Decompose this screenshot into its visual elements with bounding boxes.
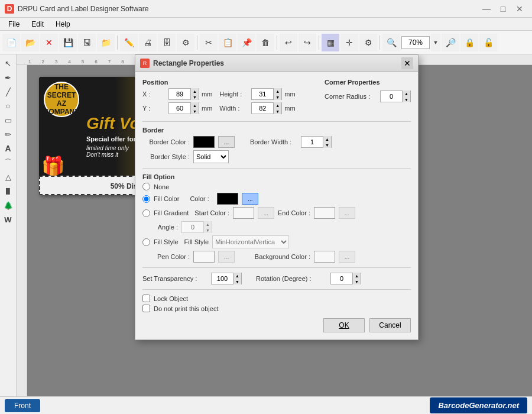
rotation-input[interactable] [331,273,352,284]
x-spinbox[interactable]: ▲ ▼ [168,88,199,100]
angle-spinbox[interactable]: ▲ ▼ [181,221,212,233]
y-up-btn[interactable]: ▲ [190,102,199,108]
angle-up-btn[interactable]: ▲ [203,221,212,227]
width-up-btn[interactable]: ▲ [273,102,281,108]
lock-object-checkbox[interactable] [142,295,150,302]
angle-input[interactable] [182,222,203,232]
border-width-input[interactable] [301,137,323,147]
lock2-button[interactable]: 🔓 [479,34,497,51]
height-up-btn[interactable]: ▲ [273,88,281,94]
paste-button[interactable]: 📌 [238,34,255,51]
w-tool[interactable]: W [2,213,15,226]
rotation-down-btn[interactable]: ▼ [352,279,361,284]
corner-radius-down-btn[interactable]: ▼ [402,96,410,102]
zoom-settings-button[interactable]: ⚙ [359,34,377,51]
width-spinbox[interactable]: ▲ ▼ [251,102,282,114]
bg-color-swatch[interactable] [314,251,335,263]
new-button[interactable]: 📄 [2,34,20,51]
x-up-btn[interactable]: ▲ [190,88,199,94]
edit-button[interactable]: ✏️ [120,34,138,51]
bg-color-browse[interactable]: ... [339,251,355,263]
corner-radius-up-btn[interactable]: ▲ [402,90,410,96]
cut-button[interactable]: ✂ [200,34,218,51]
border-width-up-btn[interactable]: ▲ [323,136,331,142]
border-color-swatch[interactable] [193,136,215,148]
ok-button[interactable]: OK [323,318,365,332]
copy-button[interactable]: 📋 [219,34,236,51]
pen-color-swatch[interactable] [193,251,215,263]
fill-style-radio[interactable] [142,238,150,246]
start-color-browse[interactable]: ... [258,207,274,219]
end-color-swatch[interactable] [314,207,335,219]
y-down-btn[interactable]: ▼ [190,108,199,114]
width-input[interactable] [252,103,273,114]
move-button[interactable]: ✛ [340,34,358,51]
end-color-browse[interactable]: ... [339,207,355,219]
rect-tool[interactable]: ▭ [2,114,15,127]
height-down-btn[interactable]: ▼ [273,94,281,100]
fill-color-swatch[interactable] [217,193,238,205]
save-as-button[interactable]: 🖫 [78,34,96,51]
menu-edit[interactable]: Edit [25,19,50,30]
barcode-tool[interactable]: ▐▌ [2,185,15,198]
transparency-spinbox[interactable]: ▲ ▼ [211,273,242,284]
line-tool[interactable]: ╱ [2,85,15,98]
dialog-title-bar[interactable]: R Rectangle Properties ✕ [135,55,418,72]
minimize-button[interactable]: — [479,2,494,15]
fill-none-radio[interactable] [142,183,150,190]
transparency-input[interactable] [212,273,233,284]
bezier-tool[interactable]: ⌒ [2,156,15,169]
polygon-tool[interactable]: △ [2,170,15,183]
grid-button[interactable]: ▦ [322,34,339,51]
no-print-checkbox[interactable] [142,305,150,312]
print-button[interactable]: 🖨 [139,34,157,51]
border-width-down-btn[interactable]: ▼ [323,142,331,148]
border-color-browse[interactable]: ... [218,136,235,148]
maximize-button[interactable]: □ [495,2,511,15]
close-button[interactable]: ✕ [512,2,527,15]
browse-button[interactable]: 📁 [97,34,115,51]
width-down-btn[interactable]: ▼ [273,108,281,114]
corner-radius-spinbox[interactable]: ▲ ▼ [380,90,411,102]
dialog-close-button[interactable]: ✕ [401,57,413,69]
front-tab[interactable]: Front [5,399,40,412]
open-button[interactable]: 📂 [21,34,39,51]
y-input[interactable] [169,103,190,114]
menu-help[interactable]: Help [50,19,76,30]
lock-button[interactable]: 🔒 [460,34,478,51]
fill-color-radio[interactable] [142,195,150,203]
border-width-spinbox[interactable]: ▲ ▼ [301,136,332,148]
corner-radius-input[interactable] [381,91,402,102]
text-tool[interactable]: A [2,142,15,155]
start-color-swatch[interactable] [233,207,254,219]
delete-button[interactable]: ✕ [40,34,58,51]
save-button[interactable]: 💾 [59,34,77,51]
undo-button[interactable]: ↩ [280,34,297,51]
zoom-in-button[interactable]: 🔍 [382,34,400,51]
rotation-up-btn[interactable]: ▲ [352,273,361,279]
height-input[interactable] [252,89,273,99]
delete2-button[interactable]: 🗑 [257,34,274,51]
menu-file[interactable]: File [2,19,25,30]
cancel-button[interactable]: Cancel [369,318,411,332]
border-style-select[interactable]: Solid Dashed Dotted [193,150,229,163]
height-spinbox[interactable]: ▲ ▼ [251,88,282,100]
x-input[interactable] [169,89,190,99]
image-tool[interactable]: 🌲 [2,199,15,212]
rotation-spinbox[interactable]: ▲ ▼ [330,273,361,284]
fill-style-select[interactable]: MinHorizontalVertica MaxHorizontalVertic… [212,235,289,248]
x-down-btn[interactable]: ▼ [190,94,199,100]
transparency-down-btn[interactable]: ▼ [233,279,241,284]
angle-down-btn[interactable]: ▼ [203,227,212,233]
pen-tool[interactable]: ✒ [2,71,15,84]
select-tool[interactable]: ↖ [2,57,15,70]
transparency-up-btn[interactable]: ▲ [233,273,241,279]
redo-button[interactable]: ↪ [299,34,316,51]
zoom-dropdown-button[interactable]: ▼ [431,34,440,51]
zoom-input[interactable] [401,36,430,49]
ellipse-tool[interactable]: ○ [2,99,15,112]
db-button[interactable]: 🗄 [158,34,176,51]
fill-color-browse[interactable]: ... [242,193,258,205]
pen-color-browse[interactable]: ... [218,251,235,263]
zoom-out-button[interactable]: 🔎 [442,34,459,51]
